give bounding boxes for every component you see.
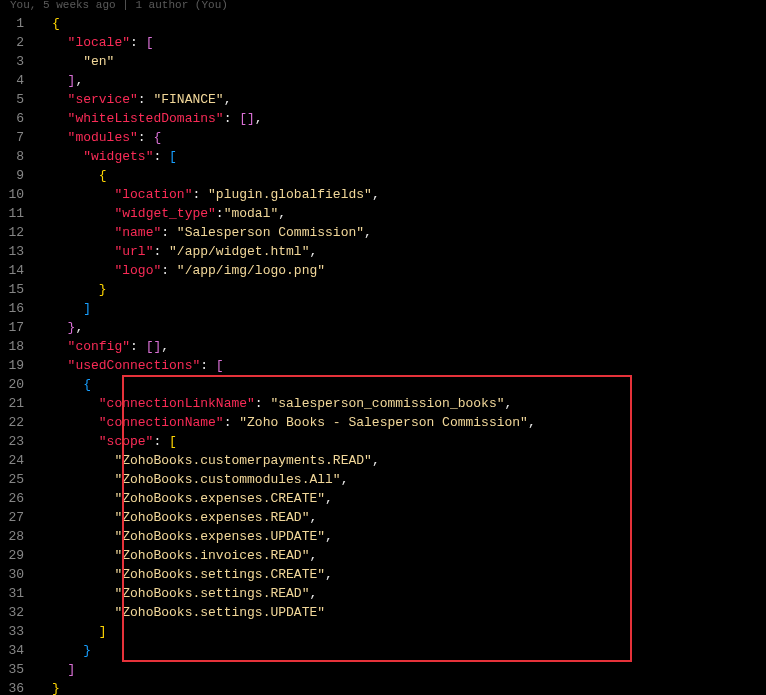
line-number: 5	[0, 90, 42, 109]
line-number: 27	[0, 508, 42, 527]
line-number: 22	[0, 413, 42, 432]
line-number: 19	[0, 356, 42, 375]
line-number: 7	[0, 128, 42, 147]
line-number: 36	[0, 679, 42, 695]
code-line[interactable]: "en"	[42, 52, 766, 71]
line-number: 18	[0, 337, 42, 356]
code-line[interactable]: "location": "plugin.globalfields",	[42, 185, 766, 204]
line-number: 31	[0, 584, 42, 603]
code-line[interactable]: ]	[42, 299, 766, 318]
line-number: 1	[0, 14, 42, 33]
code-line[interactable]: "widget_type":"modal",	[42, 204, 766, 223]
line-number: 8	[0, 147, 42, 166]
line-number: 10	[0, 185, 42, 204]
code-line[interactable]: ]	[42, 660, 766, 679]
code-line[interactable]: "logo": "/app/img/logo.png"	[42, 261, 766, 280]
line-number: 3	[0, 52, 42, 71]
code-line[interactable]: "widgets": [	[42, 147, 766, 166]
code-line[interactable]: "config": [],	[42, 337, 766, 356]
code-line[interactable]: {	[42, 166, 766, 185]
line-number: 32	[0, 603, 42, 622]
code-line[interactable]: "ZohoBooks.custommodules.All",	[42, 470, 766, 489]
line-number: 21	[0, 394, 42, 413]
line-number: 14	[0, 261, 42, 280]
code-editor[interactable]: 1 2 3 4 5 6 7 8 9 10 11 12 13 14 15 16 1…	[0, 12, 766, 695]
line-number: 17	[0, 318, 42, 337]
line-number: 23	[0, 432, 42, 451]
code-line[interactable]: "ZohoBooks.settings.UPDATE"	[42, 603, 766, 622]
git-blame-annotation: You, 5 weeks ago | 1 author (You)	[0, 0, 766, 12]
code-line[interactable]: "connectionName": "Zoho Books - Salesper…	[42, 413, 766, 432]
line-number: 15	[0, 280, 42, 299]
code-line[interactable]: "connectionLinkName": "salesperson_commi…	[42, 394, 766, 413]
line-number: 33	[0, 622, 42, 641]
code-line[interactable]: "modules": {	[42, 128, 766, 147]
code-line[interactable]: "name": "Salesperson Commission",	[42, 223, 766, 242]
code-line[interactable]: "ZohoBooks.expenses.READ",	[42, 508, 766, 527]
line-number: 26	[0, 489, 42, 508]
code-line[interactable]: "ZohoBooks.expenses.UPDATE",	[42, 527, 766, 546]
line-number: 11	[0, 204, 42, 223]
line-number: 12	[0, 223, 42, 242]
line-number: 9	[0, 166, 42, 185]
line-number: 2	[0, 33, 42, 52]
code-line[interactable]: "ZohoBooks.invoices.READ",	[42, 546, 766, 565]
code-line[interactable]: "service": "FINANCE",	[42, 90, 766, 109]
code-line[interactable]: "whiteListedDomains": [],	[42, 109, 766, 128]
code-line[interactable]: "locale": [	[42, 33, 766, 52]
code-line[interactable]: }	[42, 679, 766, 695]
line-number-gutter: 1 2 3 4 5 6 7 8 9 10 11 12 13 14 15 16 1…	[0, 14, 42, 695]
line-number: 13	[0, 242, 42, 261]
code-line[interactable]: }	[42, 280, 766, 299]
code-line[interactable]: "ZohoBooks.settings.CREATE",	[42, 565, 766, 584]
line-number: 4	[0, 71, 42, 90]
line-number: 6	[0, 109, 42, 128]
line-number: 34	[0, 641, 42, 660]
line-number: 30	[0, 565, 42, 584]
line-number: 29	[0, 546, 42, 565]
line-number: 16	[0, 299, 42, 318]
code-line[interactable]: "url": "/app/widget.html",	[42, 242, 766, 261]
code-line[interactable]: ],	[42, 71, 766, 90]
code-line[interactable]: {	[42, 375, 766, 394]
code-line[interactable]: {	[42, 14, 766, 33]
code-line[interactable]: "scope": [	[42, 432, 766, 451]
code-line[interactable]: "ZohoBooks.customerpayments.READ",	[42, 451, 766, 470]
code-line[interactable]: }	[42, 641, 766, 660]
code-content[interactable]: { "locale": [ "en" ], "service": "FINANC…	[42, 14, 766, 695]
code-line[interactable]: },	[42, 318, 766, 337]
line-number: 25	[0, 470, 42, 489]
code-line[interactable]: "ZohoBooks.settings.READ",	[42, 584, 766, 603]
code-line[interactable]: "ZohoBooks.expenses.CREATE",	[42, 489, 766, 508]
code-line[interactable]: ]	[42, 622, 766, 641]
line-number: 28	[0, 527, 42, 546]
code-line[interactable]: "usedConnections": [	[42, 356, 766, 375]
line-number: 35	[0, 660, 42, 679]
line-number: 20	[0, 375, 42, 394]
line-number: 24	[0, 451, 42, 470]
